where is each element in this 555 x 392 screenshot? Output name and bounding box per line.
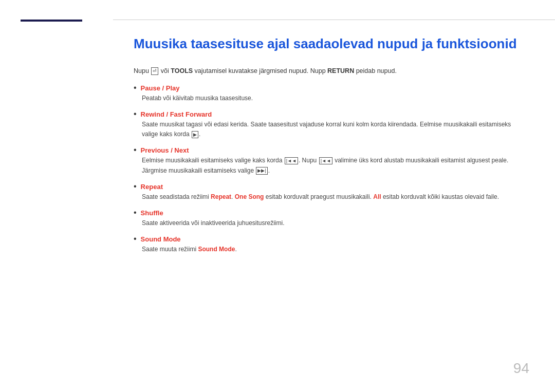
play-icon-inline: ▶ xyxy=(192,131,198,139)
bullet-dot: • xyxy=(134,146,137,154)
bullet-heading-repeat: Repeat xyxy=(141,183,163,191)
bullet-list: • Pause / Play Peatab või käivitab muusi… xyxy=(134,84,524,255)
page-number: 94 xyxy=(513,360,529,377)
bullet-desc-rewind: Saate muusikat tagasi või edasi kerida. … xyxy=(134,120,524,139)
bullet-desc-pause-play: Peatab või käivitab muusika taasesituse. xyxy=(134,94,524,103)
bullet-row: • Previous / Next xyxy=(134,146,524,154)
bullet-row: • Rewind / Fast Forward xyxy=(134,110,524,118)
list-item: • Pause / Play Peatab või käivitab muusi… xyxy=(134,84,524,103)
sound-mode-label: Sound Mode xyxy=(198,246,235,253)
intro-text: Nupu ⏎ või TOOLS vajutamisel kuvatakse j… xyxy=(134,67,524,75)
bullet-heading-previous-next: Previous / Next xyxy=(141,146,189,154)
bullet-desc-sound-mode: Saate muuta režiimi Sound Mode. xyxy=(134,245,524,254)
page-container: Muusika taasesituse ajal saadaolevad nup… xyxy=(0,0,555,392)
list-item: • Shuffle Saate aktiveerida või inaktive… xyxy=(134,209,524,228)
bullet-heading-pause-play: Pause / Play xyxy=(141,84,180,92)
bullet-heading-rewind: Rewind / Fast Forward xyxy=(141,110,212,118)
bullet-heading-sound-mode: Sound Mode xyxy=(141,235,181,243)
next-icon-inline: ▶▶| xyxy=(256,167,267,175)
bullet-desc-previous-next: Eelmise muusikakaili esitamiseks valige … xyxy=(134,156,524,175)
sidebar xyxy=(0,0,113,392)
list-item: • Repeat Saate seadistada režiimi Repeat… xyxy=(134,183,524,202)
bullet-row: • Sound Mode xyxy=(134,235,524,243)
return-icon: ⏎ xyxy=(151,67,158,75)
bullet-row: • Pause / Play xyxy=(134,84,524,92)
bullet-heading-shuffle: Shuffle xyxy=(141,209,163,217)
main-content: Muusika taasesituse ajal saadaolevad nup… xyxy=(113,20,555,392)
list-item: • Sound Mode Saate muuta režiimi Sound M… xyxy=(134,235,524,254)
bullet-dot: • xyxy=(134,235,137,243)
list-item: • Previous / Next Eelmise muusikakaili e… xyxy=(134,146,524,175)
bullet-row: • Shuffle xyxy=(134,209,524,217)
list-item: • Rewind / Fast Forward Saate muusikat t… xyxy=(134,110,524,139)
sidebar-bar xyxy=(21,20,82,22)
bullet-desc-repeat: Saate seadistada režiimi Repeat. One Son… xyxy=(134,192,524,202)
bullet-dot: • xyxy=(134,209,137,217)
one-song-label: One Song xyxy=(235,193,264,200)
all-label: All xyxy=(373,193,381,200)
repeat-label: Repeat xyxy=(211,193,231,200)
bullet-dot: • xyxy=(134,110,137,118)
bullet-dot: • xyxy=(134,182,137,191)
bullet-desc-shuffle: Saate aktiveerida või inaktiveerida juhu… xyxy=(134,218,524,228)
return-label: RETURN xyxy=(327,67,354,74)
page-title: Muusika taasesituse ajal saadaolevad nup… xyxy=(134,35,524,53)
bullet-dot: • xyxy=(134,84,137,92)
tools-label: TOOLS xyxy=(171,67,193,74)
prev-icon-inline: |◄◄ xyxy=(285,157,298,165)
prev-icon-inline2: |◄◄ xyxy=(319,157,332,165)
bullet-row: • Repeat xyxy=(134,183,524,191)
